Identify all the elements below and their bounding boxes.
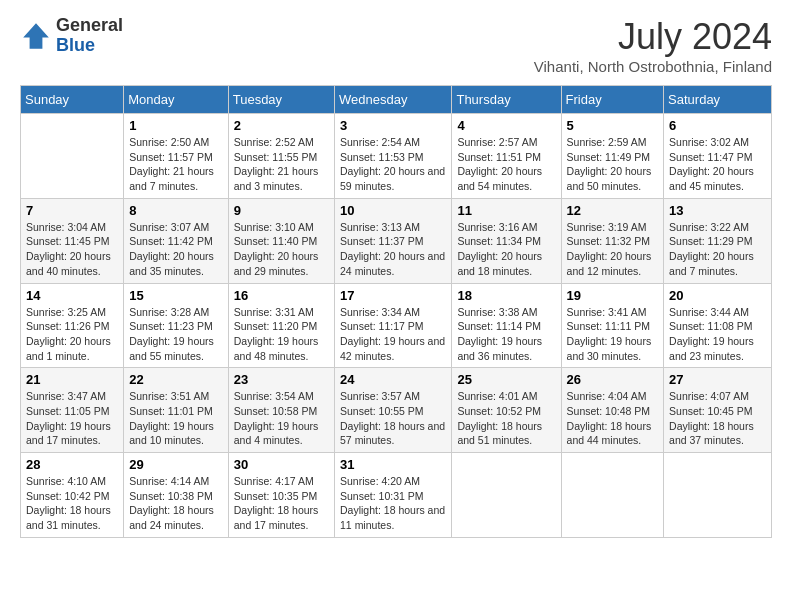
day-info: Sunrise: 3:22 AMSunset: 11:29 PMDaylight…: [669, 220, 766, 279]
calendar-cell: 14Sunrise: 3:25 AMSunset: 11:26 PMDaylig…: [21, 283, 124, 368]
day-info: Sunrise: 3:38 AMSunset: 11:14 PMDaylight…: [457, 305, 555, 364]
day-number: 23: [234, 372, 329, 387]
week-row-3: 14Sunrise: 3:25 AMSunset: 11:26 PMDaylig…: [21, 283, 772, 368]
day-number: 20: [669, 288, 766, 303]
col-thursday: Thursday: [452, 86, 561, 114]
day-number: 13: [669, 203, 766, 218]
title-section: July 2024 Vihanti, North Ostrobothnia, F…: [534, 16, 772, 75]
day-info: Sunrise: 3:28 AMSunset: 11:23 PMDaylight…: [129, 305, 222, 364]
day-info: Sunrise: 2:54 AMSunset: 11:53 PMDaylight…: [340, 135, 446, 194]
col-saturday: Saturday: [664, 86, 772, 114]
col-tuesday: Tuesday: [228, 86, 334, 114]
day-info: Sunrise: 4:01 AMSunset: 10:52 PMDaylight…: [457, 389, 555, 448]
calendar-cell: [21, 114, 124, 199]
calendar-cell: 3Sunrise: 2:54 AMSunset: 11:53 PMDayligh…: [335, 114, 452, 199]
day-number: 15: [129, 288, 222, 303]
day-info: Sunrise: 3:04 AMSunset: 11:45 PMDaylight…: [26, 220, 118, 279]
header-row: Sunday Monday Tuesday Wednesday Thursday…: [21, 86, 772, 114]
day-info: Sunrise: 3:19 AMSunset: 11:32 PMDaylight…: [567, 220, 659, 279]
day-info: Sunrise: 2:50 AMSunset: 11:57 PMDaylight…: [129, 135, 222, 194]
calendar-cell: 7Sunrise: 3:04 AMSunset: 11:45 PMDayligh…: [21, 198, 124, 283]
day-info: Sunrise: 3:57 AMSunset: 10:55 PMDaylight…: [340, 389, 446, 448]
day-number: 5: [567, 118, 659, 133]
calendar-cell: 18Sunrise: 3:38 AMSunset: 11:14 PMDaylig…: [452, 283, 561, 368]
calendar-table: Sunday Monday Tuesday Wednesday Thursday…: [20, 85, 772, 538]
calendar-cell: 27Sunrise: 4:07 AMSunset: 10:45 PMDaylig…: [664, 368, 772, 453]
day-info: Sunrise: 3:44 AMSunset: 11:08 PMDaylight…: [669, 305, 766, 364]
day-number: 1: [129, 118, 222, 133]
calendar-cell: 1Sunrise: 2:50 AMSunset: 11:57 PMDayligh…: [124, 114, 228, 199]
day-info: Sunrise: 4:14 AMSunset: 10:38 PMDaylight…: [129, 474, 222, 533]
day-number: 8: [129, 203, 222, 218]
logo-general-text: General: [56, 16, 123, 36]
day-number: 11: [457, 203, 555, 218]
calendar-cell: [452, 453, 561, 538]
calendar-cell: 10Sunrise: 3:13 AMSunset: 11:37 PMDaylig…: [335, 198, 452, 283]
calendar-cell: 24Sunrise: 3:57 AMSunset: 10:55 PMDaylig…: [335, 368, 452, 453]
calendar-cell: 26Sunrise: 4:04 AMSunset: 10:48 PMDaylig…: [561, 368, 664, 453]
calendar-cell: 12Sunrise: 3:19 AMSunset: 11:32 PMDaylig…: [561, 198, 664, 283]
calendar-cell: 4Sunrise: 2:57 AMSunset: 11:51 PMDayligh…: [452, 114, 561, 199]
day-info: Sunrise: 2:52 AMSunset: 11:55 PMDaylight…: [234, 135, 329, 194]
logo-text: General Blue: [56, 16, 123, 56]
day-info: Sunrise: 3:47 AMSunset: 11:05 PMDaylight…: [26, 389, 118, 448]
day-number: 22: [129, 372, 222, 387]
day-info: Sunrise: 3:07 AMSunset: 11:42 PMDaylight…: [129, 220, 222, 279]
day-number: 21: [26, 372, 118, 387]
calendar-cell: 30Sunrise: 4:17 AMSunset: 10:35 PMDaylig…: [228, 453, 334, 538]
calendar-cell: 29Sunrise: 4:14 AMSunset: 10:38 PMDaylig…: [124, 453, 228, 538]
calendar-cell: 17Sunrise: 3:34 AMSunset: 11:17 PMDaylig…: [335, 283, 452, 368]
calendar-cell: 20Sunrise: 3:44 AMSunset: 11:08 PMDaylig…: [664, 283, 772, 368]
day-number: 24: [340, 372, 446, 387]
day-number: 12: [567, 203, 659, 218]
calendar-cell: 2Sunrise: 2:52 AMSunset: 11:55 PMDayligh…: [228, 114, 334, 199]
svg-marker-0: [23, 23, 49, 49]
day-number: 10: [340, 203, 446, 218]
day-info: Sunrise: 3:41 AMSunset: 11:11 PMDaylight…: [567, 305, 659, 364]
day-info: Sunrise: 3:54 AMSunset: 10:58 PMDaylight…: [234, 389, 329, 448]
col-monday: Monday: [124, 86, 228, 114]
calendar-cell: 11Sunrise: 3:16 AMSunset: 11:34 PMDaylig…: [452, 198, 561, 283]
day-number: 6: [669, 118, 766, 133]
week-row-5: 28Sunrise: 4:10 AMSunset: 10:42 PMDaylig…: [21, 453, 772, 538]
day-number: 14: [26, 288, 118, 303]
day-info: Sunrise: 3:51 AMSunset: 11:01 PMDaylight…: [129, 389, 222, 448]
day-number: 30: [234, 457, 329, 472]
day-number: 29: [129, 457, 222, 472]
calendar-cell: 28Sunrise: 4:10 AMSunset: 10:42 PMDaylig…: [21, 453, 124, 538]
logo-icon: [20, 20, 52, 52]
day-number: 4: [457, 118, 555, 133]
day-info: Sunrise: 4:17 AMSunset: 10:35 PMDaylight…: [234, 474, 329, 533]
day-info: Sunrise: 4:10 AMSunset: 10:42 PMDaylight…: [26, 474, 118, 533]
calendar-cell: 8Sunrise: 3:07 AMSunset: 11:42 PMDayligh…: [124, 198, 228, 283]
col-friday: Friday: [561, 86, 664, 114]
calendar-cell: 25Sunrise: 4:01 AMSunset: 10:52 PMDaylig…: [452, 368, 561, 453]
calendar-cell: [561, 453, 664, 538]
day-info: Sunrise: 4:07 AMSunset: 10:45 PMDaylight…: [669, 389, 766, 448]
day-number: 9: [234, 203, 329, 218]
day-number: 27: [669, 372, 766, 387]
calendar-cell: 16Sunrise: 3:31 AMSunset: 11:20 PMDaylig…: [228, 283, 334, 368]
day-number: 3: [340, 118, 446, 133]
day-info: Sunrise: 3:13 AMSunset: 11:37 PMDaylight…: [340, 220, 446, 279]
day-number: 25: [457, 372, 555, 387]
day-number: 26: [567, 372, 659, 387]
day-info: Sunrise: 4:20 AMSunset: 10:31 PMDaylight…: [340, 474, 446, 533]
day-number: 16: [234, 288, 329, 303]
calendar-cell: 22Sunrise: 3:51 AMSunset: 11:01 PMDaylig…: [124, 368, 228, 453]
day-number: 18: [457, 288, 555, 303]
day-info: Sunrise: 3:31 AMSunset: 11:20 PMDaylight…: [234, 305, 329, 364]
day-number: 19: [567, 288, 659, 303]
calendar-cell: 5Sunrise: 2:59 AMSunset: 11:49 PMDayligh…: [561, 114, 664, 199]
month-title: July 2024: [534, 16, 772, 58]
location-subtitle: Vihanti, North Ostrobothnia, Finland: [534, 58, 772, 75]
calendar-cell: 9Sunrise: 3:10 AMSunset: 11:40 PMDayligh…: [228, 198, 334, 283]
day-info: Sunrise: 3:10 AMSunset: 11:40 PMDaylight…: [234, 220, 329, 279]
day-info: Sunrise: 3:16 AMSunset: 11:34 PMDaylight…: [457, 220, 555, 279]
col-wednesday: Wednesday: [335, 86, 452, 114]
calendar-cell: 31Sunrise: 4:20 AMSunset: 10:31 PMDaylig…: [335, 453, 452, 538]
day-number: 17: [340, 288, 446, 303]
calendar-cell: 15Sunrise: 3:28 AMSunset: 11:23 PMDaylig…: [124, 283, 228, 368]
day-info: Sunrise: 2:57 AMSunset: 11:51 PMDaylight…: [457, 135, 555, 194]
logo-blue-text: Blue: [56, 36, 123, 56]
